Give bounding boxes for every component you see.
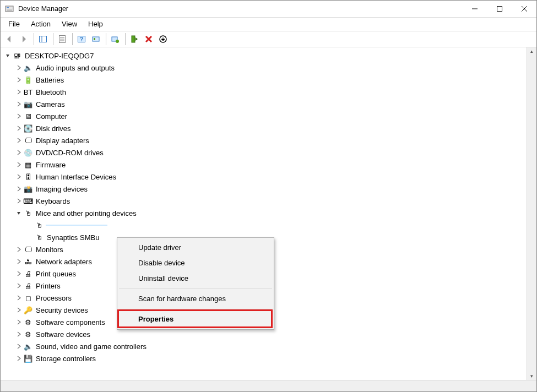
context-menu-item[interactable]: Properties: [118, 312, 273, 327]
imaging-icon: 📸: [24, 184, 32, 193]
battery-icon: 🔋: [24, 75, 32, 84]
tree-node-label: Software devices: [35, 330, 91, 339]
menubar: File Action View Help: [1, 18, 536, 31]
expand-icon[interactable]: [15, 331, 23, 337]
tree-node-label: Sound, video and game controllers: [35, 342, 148, 351]
tree-node[interactable]: 🎛Human Interface Devices: [4, 171, 527, 183]
tree-node-label: DVD/CD-ROM drives: [35, 148, 105, 157]
expand-icon[interactable]: [15, 259, 23, 264]
optical-icon: 💿: [24, 148, 32, 157]
maximize-button[interactable]: [487, 1, 512, 17]
tree-node-label: Network adapters: [35, 257, 93, 266]
close-button[interactable]: [512, 1, 536, 17]
scan-hardware-button[interactable]: [89, 32, 102, 46]
show-hide-console-button[interactable]: [36, 32, 50, 46]
tree-node-label: Audio inputs and outputs: [35, 63, 116, 73]
tree-node-label: Disk drives: [35, 124, 72, 133]
scroll-up-icon[interactable]: ▴: [529, 47, 534, 55]
tree-node[interactable]: 🖱: [4, 219, 527, 231]
expand-icon[interactable]: [15, 295, 23, 301]
expand-icon[interactable]: [15, 283, 23, 288]
menu-view[interactable]: View: [56, 18, 83, 31]
tree-node-label: DESKTOP-IEQQDG7: [24, 51, 95, 61]
tree-node[interactable]: 📷Cameras: [4, 98, 527, 110]
tree-node-label: Keyboards: [35, 197, 71, 206]
expand-icon[interactable]: [15, 307, 23, 313]
tree-node[interactable]: ⚙Software devices: [4, 328, 527, 340]
cpu-icon: ◻: [24, 293, 32, 302]
update-driver-button[interactable]: [109, 32, 122, 46]
tree-node[interactable]: 🖱Mice and other pointing devices: [4, 207, 527, 219]
printer-icon: 🖨: [24, 269, 32, 278]
toolbar-separator: [34, 33, 34, 45]
properties-button[interactable]: [56, 32, 69, 46]
tree-node[interactable]: 💽Disk drives: [4, 122, 527, 134]
tree-node-label: Batteries: [35, 75, 65, 85]
context-menu-item[interactable]: Disable device: [118, 255, 273, 271]
hid-icon: 🎛: [24, 172, 32, 181]
tree-node-label: Monitors: [35, 245, 64, 254]
security-icon: 🔑: [24, 306, 32, 314]
expand-icon[interactable]: [15, 77, 23, 83]
tree-node[interactable]: 📸Imaging devices: [4, 183, 527, 195]
tree-node[interactable]: ⌨Keyboards: [4, 195, 527, 207]
tree-node[interactable]: 💿DVD/CD-ROM drives: [4, 146, 527, 159]
mouse-icon: 🖱: [35, 221, 44, 230]
scroll-down-icon[interactable]: ▾: [529, 372, 534, 380]
network-icon: 🖧: [24, 257, 32, 266]
expand-icon[interactable]: [15, 138, 23, 143]
expand-icon[interactable]: [15, 186, 23, 192]
expand-icon[interactable]: [15, 89, 23, 95]
disable-device-button[interactable]: [156, 32, 170, 46]
tree-node[interactable]: 🔈Audio inputs and outputs: [4, 62, 527, 74]
expand-icon[interactable]: [15, 344, 23, 349]
tree-node-label: Cameras: [35, 100, 66, 109]
expand-icon[interactable]: [15, 113, 23, 119]
expand-icon[interactable]: [15, 198, 23, 204]
vertical-scrollbar[interactable]: ▴ ▾: [527, 47, 536, 380]
tree-node[interactable]: ▦Firmware: [4, 159, 527, 171]
minimize-button[interactable]: [462, 1, 487, 17]
collapse-icon[interactable]: [4, 53, 12, 58]
tree-node[interactable]: 🔋Batteries: [4, 74, 527, 86]
tree-node[interactable]: 🖵Display adapters: [4, 134, 527, 146]
expand-icon[interactable]: [15, 271, 23, 276]
device-manager-window: Device Manager File Action View Help ? 🖳…: [0, 0, 537, 392]
context-menu: Update driverDisable deviceUninstall dev…: [117, 237, 274, 330]
expand-icon[interactable]: [15, 65, 23, 70]
context-menu-item[interactable]: Uninstall device: [118, 271, 273, 286]
expand-icon[interactable]: [15, 356, 23, 361]
expand-icon[interactable]: [15, 150, 23, 155]
expand-icon[interactable]: [15, 101, 23, 107]
expand-icon[interactable]: [15, 162, 23, 167]
context-menu-item[interactable]: Scan for hardware changes: [118, 291, 273, 307]
tree-node[interactable]: 🖥Computer: [4, 110, 527, 122]
printer-icon: 🖨: [24, 281, 32, 290]
expand-icon[interactable]: [15, 319, 23, 325]
tree-node[interactable]: 🖳DESKTOP-IEQQDG7: [4, 50, 527, 62]
context-menu-item[interactable]: Update driver: [118, 240, 273, 255]
collapse-icon[interactable]: [15, 210, 23, 216]
toolbar-separator: [106, 33, 106, 45]
expand-icon[interactable]: [15, 247, 23, 252]
svg-rect-17: [94, 38, 95, 40]
expand-icon[interactable]: [15, 126, 23, 131]
back-button[interactable]: [3, 32, 16, 46]
tree-node[interactable]: BTBluetooth: [4, 86, 527, 98]
device-tree[interactable]: 🖳DESKTOP-IEQQDG7🔈Audio inputs and output…: [1, 47, 527, 380]
menu-help[interactable]: Help: [83, 18, 109, 31]
display-icon: 🖵: [24, 136, 32, 145]
uninstall-device-button[interactable]: [142, 32, 155, 46]
tree-node[interactable]: 🔈Sound, video and game controllers: [4, 340, 527, 352]
menu-action[interactable]: Action: [25, 18, 56, 31]
tree-node[interactable]: 💾Storage controllers: [4, 352, 527, 364]
menu-file[interactable]: File: [3, 18, 25, 31]
expand-icon[interactable]: [15, 174, 23, 179]
bluetooth-icon: BT: [24, 88, 32, 96]
help-button[interactable]: ?: [75, 32, 88, 46]
forward-button[interactable]: [17, 32, 30, 46]
tree-node-label: Storage controllers: [35, 354, 97, 363]
svg-text:?: ?: [80, 36, 83, 42]
enable-device-button[interactable]: [128, 32, 141, 46]
toolbar: ?: [1, 31, 536, 47]
